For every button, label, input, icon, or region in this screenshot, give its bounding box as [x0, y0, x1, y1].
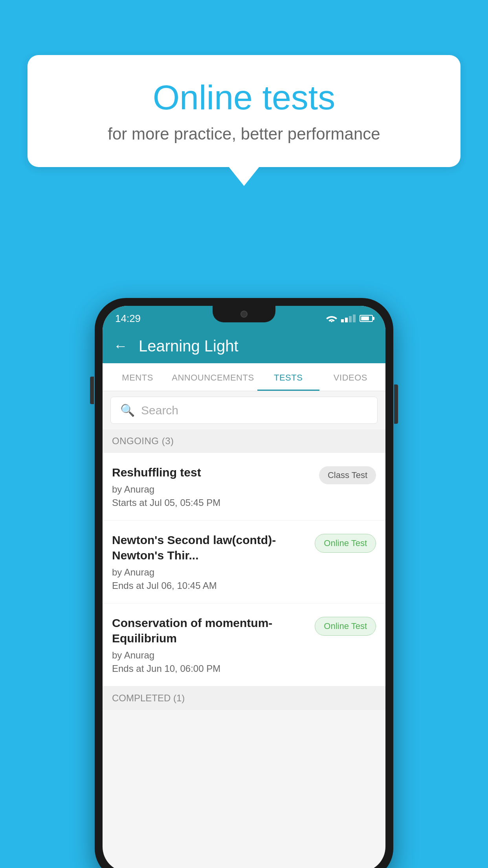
completed-section-header: COMPLETED (1)	[103, 686, 385, 710]
test-title: Reshuffling test	[112, 465, 311, 480]
search-bar[interactable]: 🔍 Search	[110, 397, 378, 424]
test-item-info: Newton's Second law(contd)-Newton's Thir…	[112, 532, 307, 591]
phone-frame: 14:29 ← Lea	[95, 298, 393, 868]
search-input[interactable]: Search	[141, 404, 178, 417]
phone-notch	[213, 306, 275, 322]
tabs-container: MENTS ANNOUNCEMENTS TESTS VIDEOS	[103, 363, 385, 391]
test-date: Ends at Jun 10, 06:00 PM	[112, 663, 307, 674]
status-time: 14:29	[115, 310, 141, 325]
test-date: Starts at Jul 05, 05:45 PM	[112, 497, 311, 508]
bubble-title: Online tests	[59, 79, 429, 117]
test-date: Ends at Jul 06, 10:45 AM	[112, 580, 307, 591]
battery-icon	[360, 315, 373, 322]
wifi-icon	[326, 314, 337, 323]
search-container: 🔍 Search	[103, 391, 385, 429]
phone-content: MENTS ANNOUNCEMENTS TESTS VIDEOS 🔍 Searc…	[103, 363, 385, 868]
test-badge: Class Test	[319, 466, 376, 484]
ongoing-section-header: ONGOING (3)	[103, 429, 385, 453]
test-title: Conservation of momentum-Equilibrium	[112, 615, 307, 646]
status-icons	[326, 312, 373, 323]
test-by: by Anurag	[112, 650, 307, 661]
phone-screen: 14:29 ← Lea	[103, 306, 385, 868]
app-bar-title: Learning Light	[139, 337, 238, 355]
test-item[interactable]: Conservation of momentum-Equilibrium by …	[103, 603, 385, 686]
power-button	[394, 384, 398, 424]
tab-videos[interactable]: VIDEOS	[319, 363, 382, 391]
back-button[interactable]: ←	[114, 338, 128, 354]
front-camera	[240, 311, 248, 318]
test-by: by Anurag	[112, 484, 311, 495]
volume-button	[90, 377, 94, 404]
tab-ments[interactable]: MENTS	[106, 363, 169, 391]
tab-tests[interactable]: TESTS	[257, 363, 319, 391]
test-title: Newton's Second law(contd)-Newton's Thir…	[112, 532, 307, 563]
test-item-info: Conservation of momentum-Equilibrium by …	[112, 615, 307, 674]
test-list: Reshuffling test by Anurag Starts at Jul…	[103, 453, 385, 686]
test-badge: Online Test	[315, 617, 376, 636]
promo-banner: Online tests for more practice, better p…	[28, 55, 460, 167]
speech-bubble: Online tests for more practice, better p…	[28, 55, 460, 167]
signal-icon	[341, 314, 356, 322]
test-badge: Online Test	[315, 534, 376, 553]
bubble-subtitle: for more practice, better performance	[59, 125, 429, 143]
app-bar: ← Learning Light	[103, 329, 385, 363]
test-item-info: Reshuffling test by Anurag Starts at Jul…	[112, 465, 311, 508]
test-by: by Anurag	[112, 567, 307, 578]
search-icon: 🔍	[120, 403, 135, 417]
test-item[interactable]: Newton's Second law(contd)-Newton's Thir…	[103, 520, 385, 603]
test-item[interactable]: Reshuffling test by Anurag Starts at Jul…	[103, 453, 385, 520]
tab-announcements[interactable]: ANNOUNCEMENTS	[169, 363, 257, 391]
